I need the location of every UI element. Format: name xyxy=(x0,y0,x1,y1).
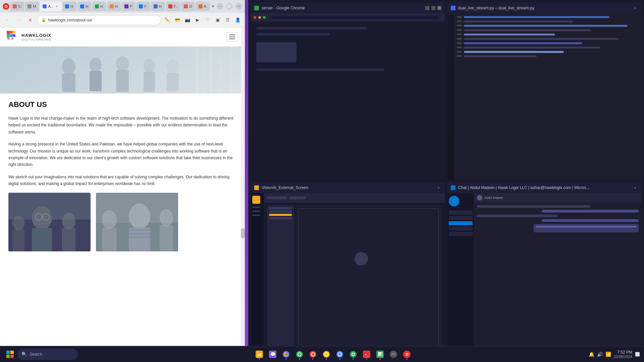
cortana-icon: 💬 xyxy=(269,351,276,358)
window-favicon-code xyxy=(451,6,455,10)
taskbar-clock[interactable]: 7:52 PM 22/08/2024 xyxy=(614,350,632,359)
close-button[interactable]: × xyxy=(235,3,242,10)
scrollbar[interactable] xyxy=(241,27,245,362)
reload-button[interactable]: ✕ xyxy=(25,15,35,25)
tab-hav2[interactable]: Hav... xyxy=(77,2,92,11)
window-titlebar-vision: VisionAI_External_Screen × xyxy=(251,182,445,193)
window-card-server[interactable]: server - Google Chrome _ × xyxy=(251,3,445,180)
menu-icon[interactable]: ☰ xyxy=(223,16,232,24)
chrome-icon-1 xyxy=(282,351,290,358)
window-close-btn[interactable]: × xyxy=(437,6,441,10)
window-card-vision[interactable]: VisionAI_External_Screen × xyxy=(251,182,445,359)
window-card-chat[interactable]: Chat | Abdul Mateen | Hawk Logix LLC | a… xyxy=(447,182,641,359)
restore-button[interactable]: ⬜ xyxy=(226,3,233,10)
tab-fct[interactable]: FCTi... xyxy=(166,2,181,11)
browser-window: O Spe... Mac... About U... × HAV... Hav.… xyxy=(0,0,245,362)
window-title-chat: Chat | Abdul Mateen | Hawk Logix LLC | a… xyxy=(458,185,630,190)
window-close-vision[interactable]: × xyxy=(436,185,441,190)
taskbar-app-hawk[interactable]: 🦅 xyxy=(361,348,373,360)
chat-contact-avatar xyxy=(477,195,482,200)
address-bar[interactable]: 🔒 hawklogix.com/about-us/ xyxy=(37,15,161,25)
chat-contact-name: Abdul Mateen xyxy=(484,196,503,199)
wallet-icon[interactable]: 💳 xyxy=(173,16,182,24)
svg-rect-38 xyxy=(129,228,150,251)
taskbar-app-misc[interactable]: 🎮 xyxy=(387,348,399,360)
taskbar-app-teams[interactable]: 📊 xyxy=(374,348,386,360)
about-image-inner-1 xyxy=(8,193,91,251)
play-icon[interactable]: ▶ xyxy=(193,16,202,24)
tab-label: Mac... xyxy=(33,4,37,8)
window-titlebar-chat: Chat | Abdul Mateen | Hawk Logix LLC | a… xyxy=(447,182,641,193)
minimize-button[interactable]: − xyxy=(217,3,223,10)
hamburger-menu-button[interactable] xyxy=(226,32,238,42)
tab-hav4[interactable]: Hav... xyxy=(107,2,121,11)
app-indicator xyxy=(299,358,300,360)
tab-mac[interactable]: Mac... xyxy=(25,2,39,11)
code-line-row xyxy=(457,42,639,46)
tab-hav1[interactable]: HAV... xyxy=(62,2,77,11)
scrollbar-thumb[interactable] xyxy=(241,228,245,238)
bookmark-icon[interactable]: ♡ xyxy=(203,16,212,24)
window-min-btn[interactable]: _ xyxy=(425,6,429,10)
svg-rect-34 xyxy=(12,229,24,251)
taskbar-app-chrome-6[interactable] xyxy=(347,348,359,360)
browser-toolbar: ← → ✕ 🔒 hawklogix.com/about-us/ ✏️ 💳 📷 ▶… xyxy=(0,13,245,27)
tab-about-us[interactable]: About U... × xyxy=(40,2,62,11)
tab-ors[interactable]: Ors... xyxy=(181,2,195,11)
tab-favicon xyxy=(95,4,99,8)
taskbar-app-chrome-2[interactable] xyxy=(293,348,306,360)
chat-message xyxy=(542,210,639,213)
chrome-icon-6 xyxy=(350,351,357,358)
taskbar-app-chrome-3[interactable] xyxy=(307,348,319,360)
about-image-inner-2 xyxy=(96,193,178,251)
hero-overlay xyxy=(0,47,245,94)
tab-hav5[interactable]: Hav... xyxy=(151,2,165,11)
svg-rect-5 xyxy=(13,34,15,37)
server-main-content xyxy=(251,21,445,180)
window-max-btn[interactable] xyxy=(431,6,435,10)
vision-panel-items xyxy=(267,205,294,221)
notification-icon[interactable]: 🔔 xyxy=(589,352,594,357)
sidebar-icon[interactable]: ▣ xyxy=(213,16,222,24)
logo-name: HAWKLOGIX xyxy=(21,33,51,38)
tab-close-btn[interactable]: × xyxy=(54,4,59,9)
chrome-icon-2 xyxy=(296,351,303,358)
svg-point-67 xyxy=(352,353,354,355)
taskbar-app-cortana[interactable]: 💬 xyxy=(267,348,279,360)
taskbar-app-chrome-4[interactable] xyxy=(320,348,332,360)
taskbar-app-opera[interactable]: O xyxy=(401,348,413,360)
new-tab-button[interactable]: + xyxy=(211,2,215,10)
tab-priv[interactable]: Priv... xyxy=(122,2,136,11)
snapshot-icon[interactable]: 📷 xyxy=(183,16,192,24)
window-switcher-panel: server - Google Chrome _ × xyxy=(248,0,644,362)
tab-speed-dial[interactable]: Spe... xyxy=(10,2,24,11)
tab-fac[interactable]: Fac... xyxy=(136,2,150,11)
back-button[interactable]: ← xyxy=(3,15,12,25)
wifi-icon[interactable]: 📶 xyxy=(605,352,611,357)
start-button[interactable] xyxy=(4,348,16,360)
profile-icon[interactable]: 👤 xyxy=(233,16,242,24)
window-close-code[interactable]: × xyxy=(633,5,638,11)
volume-icon[interactable]: 🔊 xyxy=(597,352,603,357)
window-card-code[interactable]: dual_live_stream.py – dual_live_stream.p… xyxy=(447,3,641,180)
edit-icon[interactable]: ✏️ xyxy=(163,16,172,24)
window-content-code xyxy=(447,13,641,180)
window-favicon-server xyxy=(254,6,259,10)
action-center-icon[interactable]: ⬜ xyxy=(635,352,640,357)
taskbar-search-button[interactable]: 🔍 Search xyxy=(17,349,78,360)
window-close-chat[interactable]: × xyxy=(633,185,638,190)
taskbar-app-chrome-5[interactable] xyxy=(334,348,346,360)
taskbar-app-chrome-1[interactable] xyxy=(280,348,292,360)
code-text xyxy=(464,51,564,53)
taskbar-app-file-explorer[interactable]: 📁 xyxy=(253,348,265,360)
forward-button[interactable]: → xyxy=(14,15,23,25)
tab-alie[interactable]: AliE... xyxy=(196,2,210,11)
bubble-line xyxy=(536,226,637,228)
tab-hav3[interactable]: Hav... xyxy=(92,2,106,11)
code-text xyxy=(464,20,573,22)
tab-label: HAV... xyxy=(70,4,74,8)
panel-item-active xyxy=(269,214,292,216)
chat-main-area: Abdul Mateen xyxy=(474,193,641,359)
chat-messages-area xyxy=(474,202,641,351)
svg-rect-47 xyxy=(10,351,14,354)
